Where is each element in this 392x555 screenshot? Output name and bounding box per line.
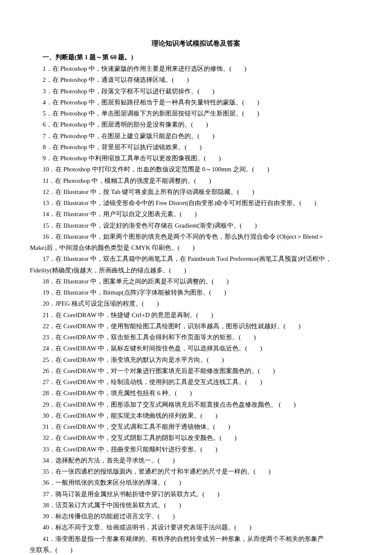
question-31: 31．在 CorelDRAW 中，交互式调和工具不能用于透镜物体。( ) [30,422,362,432]
question-9: 9．在 Photoshop 中利用缩放工具单击可以更改图像视图。( ) [30,153,362,163]
question-1: 1．在 Photoshop 中，快速蒙版的作用主要是用来进行选区的修饰。( ) [30,64,362,74]
question-37: 37．骑马订装是用金属丝从书帖折缝中穿订的装联方式。( ) [30,489,362,499]
question-10: 10．在 Photoshop 中打印文件时，出血的数值设定范围是 0～100mm… [30,165,362,174]
question-14: 14．在 Illustrator 中，用户可以自定义图表元素。( ) [30,209,362,219]
question-7: 7．在 Photoshop 中，在图层上建立蒙版只能是白色的。( ) [30,131,362,141]
question-22: 22．在 CorelDRAW 中，使用智能绘图工具绘图时，识别率越高，图形识别性… [30,321,362,331]
question-25: 25．在 CorelDRAW 中，渐变填充的默认方向是水平方向。( ) [30,355,362,365]
question-38: 38．活页装订方式属于中国传统装联方式。( ) [30,500,362,510]
question-27: 27．在 CorelDRAW 中，绘制流动线，使用到的工具是交互式连线工具。( … [30,377,362,387]
question-5: 5．在 Photoshop 中，单击图层调板下方的新图层按钮可以产生新图层。( … [30,109,362,119]
question-11: 11．在 Photoshop 中，模糊工具的强度是不能调整的。( ) [30,176,362,186]
question-23: 23．在 CorelDRAW 中，双击矩形工具会得到和下作页面等大的矩形。( ) [30,332,362,342]
question-39: 39．标志传播信息的功能超过语言文字。( ) [30,512,362,521]
question-12: 12．在 Illustrator 中，按 Tab 键可将桌面上所有的浮动调板全部… [30,187,362,197]
question-19: 19．在 Illustrator 中，Bitmap(点阵)字字体能被转换为图形。… [30,288,362,298]
question-15: 15．在 Illustrator 中，设定好的渐变色可存储在 Gradient(… [30,221,362,231]
question-18: 18．在 Illustrator 中，图案单元之间的距离是不可以调整的。( ) [30,277,362,286]
question-17-line1: 17．在 Illustrator 中，双击工具箱中的画笔工具，在 Paintbr… [30,254,362,264]
question-13: 13．在 Illustrator 中，滤镜变形命令中的 Free Distort… [30,198,362,208]
question-33: 33．在 CorelDRAW 中，扭曲变形只能顺时针进行变形。( ) [30,445,362,454]
section-header: 一、判断题(第 1 题～第 60 题。) [30,52,362,62]
question-30: 30．在 CorelDRAW 中，能实现文本绕曲线的排列效果。( ) [30,411,362,421]
question-36: 36．一般用纸张的克数来区分纸张的厚薄。( ) [30,478,362,488]
question-8: 8．在 Photoshop 中，背景层不可以执行滤镜效果。( ) [30,142,362,152]
page-title: 理论知识考试模拟试卷及答案 [30,38,362,49]
question-32: 32．在 CorelDRAW 中，交互式阴影工具的阴影可以改变颜色。( ) [30,433,362,443]
question-24: 24．在 CorelDRAW 中，鼠标左键长时间按住色盘，可以选择其临近色。( … [30,344,362,353]
question-4: 4．在 Photoshop 中，图层剪贴路径相当于是一种具有矢量特性的蒙版。( … [30,98,362,107]
question-3: 3．在 Photoshop 中，段落文字框不可以进行裁切操作。( ) [30,87,362,96]
question-26: 26．在 CorelDRAW 中，对一个对象进行图案填充后是不能修改图案颜色的。… [30,366,362,376]
question-2: 2．在 Photoshop 中，通道可以存储选择区域。( ) [30,75,362,85]
question-6: 6．在 Photoshop 中，图层透明的部分是没有像素的。( ) [30,120,362,130]
question-40: 40．标志不同于文章、绘画或说明书，其设计要讲究表现手法问题。( ) [30,523,362,532]
question-28: 28．在 CorelDRAW 中，填充属性包括有 6 种。( ) [30,388,362,398]
question-20: 20．JPEG 格式可设定压缩的程度。( ) [30,299,362,309]
question-29: 29．在 CorelDRAW 中，图形添加了交互式网格填充后不能直接点击色盘修改… [30,400,362,410]
question-21: 21．在 CorelDRAW 中，快捷键 Ctrl+D 的意思是再制。( ) [30,310,362,320]
question-35: 35．在一张四通栏的报纸版面内，竖通栏的尺寸和半通栏的尺寸是一样的。( ) [30,467,362,477]
question-17-line2: Fidelity(精确度)值越大，所画曲线上的锚点越多。( ) [30,266,362,275]
question-16-line2: Make)后，中间混合体的颜色类型是 CMYK 印刷色。( ) [30,243,362,253]
question-41-line1: 41．渐变图形是指一个形象有规律的、有秩序的自然转变成另一种形象，从而使两个不相… [30,534,362,544]
question-16-line1: 16．在 Illustrator 中，如果两个图形的填充色是两个不同的专色，那么… [30,232,362,242]
question-41-line2: 生联系。( ) [30,545,362,555]
question-34: 34．选择配色的方法，首先是寻求统一。( ) [30,456,362,465]
